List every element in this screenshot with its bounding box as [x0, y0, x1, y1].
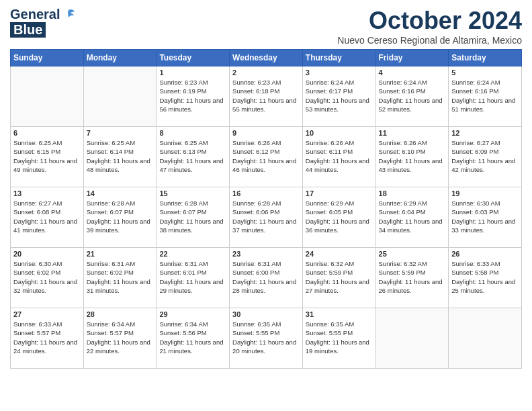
- day-info: Sunrise: 6:28 AM Sunset: 6:07 PM Dayligh…: [87, 199, 154, 234]
- day-info: Sunrise: 6:25 AM Sunset: 6:13 PM Dayligh…: [159, 138, 226, 174]
- week-row-3: 13Sunrise: 6:27 AM Sunset: 6:08 PM Dayli…: [11, 187, 522, 248]
- day-info: Sunrise: 6:27 AM Sunset: 6:08 PM Dayligh…: [13, 199, 81, 234]
- calendar-cell: 15Sunrise: 6:28 AM Sunset: 6:07 PM Dayli…: [157, 187, 230, 248]
- calendar-cell: 18Sunrise: 6:29 AM Sunset: 6:04 PM Dayli…: [375, 187, 449, 248]
- day-info: Sunrise: 6:28 AM Sunset: 6:07 PM Dayligh…: [159, 199, 226, 234]
- weekday-header-monday: Monday: [83, 50, 157, 66]
- day-number: 6: [13, 129, 81, 137]
- day-info: Sunrise: 6:26 AM Sunset: 6:11 PM Dayligh…: [306, 138, 373, 174]
- day-info: Sunrise: 6:31 AM Sunset: 6:00 PM Dayligh…: [232, 259, 300, 295]
- day-number: 17: [306, 189, 373, 197]
- calendar-cell: 20Sunrise: 6:30 AM Sunset: 6:02 PM Dayli…: [11, 248, 84, 308]
- day-info: Sunrise: 6:31 AM Sunset: 6:01 PM Dayligh…: [159, 259, 226, 295]
- day-number: 14: [87, 189, 154, 197]
- calendar-cell: 19Sunrise: 6:30 AM Sunset: 6:03 PM Dayli…: [449, 187, 522, 248]
- calendar-cell: 21Sunrise: 6:31 AM Sunset: 6:02 PM Dayli…: [83, 248, 157, 308]
- day-number: 18: [379, 189, 446, 197]
- day-number: 3: [306, 68, 373, 77]
- day-info: Sunrise: 6:25 AM Sunset: 6:14 PM Dayligh…: [87, 138, 154, 174]
- calendar-cell: 9Sunrise: 6:26 AM Sunset: 6:12 PM Daylig…: [230, 127, 303, 187]
- day-info: Sunrise: 6:23 AM Sunset: 6:19 PM Dayligh…: [159, 78, 226, 113]
- logo-general: General: [10, 7, 60, 22]
- day-number: 1: [159, 68, 226, 77]
- day-info: Sunrise: 6:30 AM Sunset: 6:02 PM Dayligh…: [13, 259, 81, 295]
- logo: General Blue: [10, 7, 76, 38]
- week-row-1: 1Sunrise: 6:23 AM Sunset: 6:19 PM Daylig…: [11, 66, 522, 127]
- day-info: Sunrise: 6:26 AM Sunset: 6:12 PM Dayligh…: [232, 138, 300, 174]
- day-info: Sunrise: 6:24 AM Sunset: 6:16 PM Dayligh…: [379, 78, 446, 113]
- calendar-table: SundayMondayTuesdayWednesdayThursdayFrid…: [10, 49, 522, 369]
- day-number: 20: [13, 250, 81, 258]
- day-number: 11: [379, 129, 446, 137]
- day-number: 4: [379, 68, 446, 77]
- week-row-2: 6Sunrise: 6:25 AM Sunset: 6:15 PM Daylig…: [11, 127, 522, 187]
- day-info: Sunrise: 6:28 AM Sunset: 6:06 PM Dayligh…: [232, 199, 300, 234]
- day-info: Sunrise: 6:26 AM Sunset: 6:10 PM Dayligh…: [379, 138, 446, 174]
- calendar-cell: 24Sunrise: 6:32 AM Sunset: 5:59 PM Dayli…: [302, 248, 375, 308]
- calendar-cell: 25Sunrise: 6:32 AM Sunset: 5:59 PM Dayli…: [375, 248, 449, 308]
- calendar-cell: 10Sunrise: 6:26 AM Sunset: 6:11 PM Dayli…: [302, 127, 375, 187]
- day-number: 29: [159, 310, 226, 318]
- day-number: 23: [232, 250, 300, 258]
- calendar-cell: 13Sunrise: 6:27 AM Sunset: 6:08 PM Dayli…: [11, 187, 84, 248]
- day-number: 21: [87, 250, 154, 258]
- weekday-header-tuesday: Tuesday: [157, 50, 230, 66]
- calendar-cell: [449, 308, 522, 369]
- day-number: 8: [159, 129, 226, 137]
- calendar-cell: 30Sunrise: 6:35 AM Sunset: 5:55 PM Dayli…: [230, 308, 303, 369]
- day-number: 12: [451, 129, 519, 137]
- calendar-cell: 12Sunrise: 6:27 AM Sunset: 6:09 PM Dayli…: [449, 127, 522, 187]
- calendar-cell: 4Sunrise: 6:24 AM Sunset: 6:16 PM Daylig…: [375, 66, 449, 127]
- calendar-cell: 31Sunrise: 6:35 AM Sunset: 5:55 PM Dayli…: [302, 308, 375, 369]
- day-info: Sunrise: 6:25 AM Sunset: 6:15 PM Dayligh…: [13, 138, 81, 174]
- day-number: 19: [451, 189, 519, 197]
- day-number: 26: [451, 250, 519, 258]
- day-info: Sunrise: 6:35 AM Sunset: 5:55 PM Dayligh…: [306, 320, 373, 355]
- calendar-cell: 8Sunrise: 6:25 AM Sunset: 6:13 PM Daylig…: [157, 127, 230, 187]
- weekday-header-saturday: Saturday: [449, 50, 522, 66]
- day-info: Sunrise: 6:33 AM Sunset: 5:57 PM Dayligh…: [13, 320, 81, 355]
- day-number: 25: [379, 250, 446, 258]
- calendar-cell: 2Sunrise: 6:23 AM Sunset: 6:18 PM Daylig…: [230, 66, 303, 127]
- calendar-cell: [11, 66, 84, 127]
- day-number: 30: [232, 310, 300, 318]
- logo-bird-icon: [61, 7, 76, 22]
- week-row-5: 27Sunrise: 6:33 AM Sunset: 5:57 PM Dayli…: [11, 308, 522, 369]
- calendar-cell: 27Sunrise: 6:33 AM Sunset: 5:57 PM Dayli…: [11, 308, 84, 369]
- calendar-cell: 17Sunrise: 6:29 AM Sunset: 6:05 PM Dayli…: [302, 187, 375, 248]
- calendar-cell: 5Sunrise: 6:24 AM Sunset: 6:16 PM Daylig…: [449, 66, 522, 127]
- calendar-cell: 3Sunrise: 6:24 AM Sunset: 6:17 PM Daylig…: [302, 66, 375, 127]
- day-number: 5: [451, 68, 519, 77]
- day-number: 13: [13, 189, 81, 197]
- logo-blue: Blue: [10, 22, 46, 38]
- calendar-cell: 22Sunrise: 6:31 AM Sunset: 6:01 PM Dayli…: [157, 248, 230, 308]
- month-title: October 2024: [337, 7, 522, 35]
- day-info: Sunrise: 6:23 AM Sunset: 6:18 PM Dayligh…: [232, 78, 300, 113]
- weekday-header-wednesday: Wednesday: [230, 50, 303, 66]
- day-number: 7: [87, 129, 154, 137]
- day-number: 10: [306, 129, 373, 137]
- calendar-cell: 1Sunrise: 6:23 AM Sunset: 6:19 PM Daylig…: [157, 66, 230, 127]
- day-number: 22: [159, 250, 226, 258]
- day-info: Sunrise: 6:34 AM Sunset: 5:56 PM Dayligh…: [159, 320, 226, 355]
- day-info: Sunrise: 6:34 AM Sunset: 5:57 PM Dayligh…: [87, 320, 154, 355]
- day-number: 31: [306, 310, 373, 318]
- title-block: October 2024 Nuevo Cereso Regional de Al…: [337, 7, 522, 46]
- weekday-header-friday: Friday: [375, 50, 449, 66]
- day-info: Sunrise: 6:29 AM Sunset: 6:05 PM Dayligh…: [306, 199, 373, 234]
- day-number: 24: [306, 250, 373, 258]
- day-info: Sunrise: 6:27 AM Sunset: 6:09 PM Dayligh…: [451, 138, 519, 174]
- day-info: Sunrise: 6:24 AM Sunset: 6:17 PM Dayligh…: [306, 78, 373, 113]
- calendar-cell: 11Sunrise: 6:26 AM Sunset: 6:10 PM Dayli…: [375, 127, 449, 187]
- calendar-cell: 28Sunrise: 6:34 AM Sunset: 5:57 PM Dayli…: [83, 308, 157, 369]
- weekday-header-row: SundayMondayTuesdayWednesdayThursdayFrid…: [11, 50, 522, 66]
- day-number: 28: [87, 310, 154, 318]
- day-info: Sunrise: 6:24 AM Sunset: 6:16 PM Dayligh…: [451, 78, 519, 113]
- day-info: Sunrise: 6:35 AM Sunset: 5:55 PM Dayligh…: [232, 320, 300, 355]
- day-number: 16: [232, 189, 300, 197]
- day-number: 9: [232, 129, 300, 137]
- page-header: General Blue October 2024 Nuevo Cereso R…: [10, 7, 522, 46]
- calendar-cell: 16Sunrise: 6:28 AM Sunset: 6:06 PM Dayli…: [230, 187, 303, 248]
- week-row-4: 20Sunrise: 6:30 AM Sunset: 6:02 PM Dayli…: [11, 248, 522, 308]
- calendar-cell: 7Sunrise: 6:25 AM Sunset: 6:14 PM Daylig…: [83, 127, 157, 187]
